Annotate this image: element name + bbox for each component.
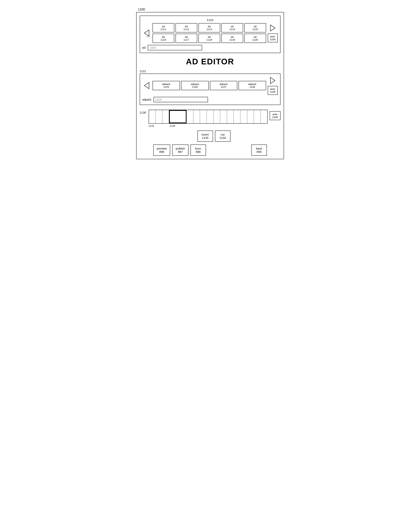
timeline-track bbox=[149, 110, 268, 124]
adpack-cell-1128[interactable]: adpack1128 bbox=[239, 81, 266, 90]
back-btn-899[interactable]: back899 bbox=[251, 144, 267, 156]
ad-cell-1115[interactable]: ad1115 bbox=[244, 23, 266, 32]
ad-cell-1111[interactable]: ad1111 bbox=[152, 23, 174, 32]
ad-cell-1118[interactable]: ad1118 bbox=[198, 34, 220, 43]
timeline-seg-16[interactable] bbox=[261, 110, 267, 123]
left-arrow-ad[interactable]: 1101 bbox=[142, 29, 151, 37]
adpack-grid: adpack1125 adpack1126 adpack1127 adpack1… bbox=[152, 81, 266, 90]
main-container: 1100 1110 1101 ad1111 ad1112 ad1113 bbox=[136, 8, 284, 159]
timeline-section-label: 1130 bbox=[140, 111, 147, 114]
editor-title: AD EDITOR bbox=[140, 57, 280, 66]
svg-marker-2 bbox=[270, 25, 275, 31]
timeline-area: 1131 1135 bbox=[149, 110, 268, 127]
timeline-selected-1135[interactable] bbox=[169, 110, 187, 123]
outer-label: 1100 bbox=[138, 8, 284, 11]
adpack-cell-1125[interactable]: adpack1125 bbox=[152, 81, 180, 90]
timeline-seg-12[interactable] bbox=[234, 110, 240, 123]
action-buttons-row: preview896 publish897 burn898 back899 bbox=[142, 144, 280, 156]
timeline-seg-5[interactable] bbox=[187, 110, 193, 123]
timeline-seg-3[interactable] bbox=[162, 110, 169, 123]
sub-label-1131: 1131 bbox=[149, 125, 158, 127]
timeline-seg-9[interactable] bbox=[214, 110, 220, 123]
section-1121-label: 1121 bbox=[140, 69, 280, 73]
ad-cell-1114[interactable]: ad1114 bbox=[221, 23, 243, 32]
timeline-seg-11[interactable] bbox=[227, 110, 234, 123]
ad-cell-1117[interactable]: ad1117 bbox=[175, 34, 197, 43]
ad-input-label: ad: bbox=[142, 46, 146, 49]
burn-btn-898[interactable]: burn898 bbox=[190, 144, 206, 156]
ad-cell-1120[interactable]: ad1120 bbox=[244, 34, 266, 43]
cut-btn-1134[interactable]: cut1134 bbox=[215, 131, 231, 142]
section-1121: 1122 adpack1125 adpack1126 adpack1127 ad… bbox=[140, 74, 280, 105]
auto-btn-1104[interactable]: auto1104 bbox=[268, 33, 278, 42]
auto-btn-1106[interactable]: auto1106 bbox=[270, 111, 280, 120]
svg-marker-0 bbox=[144, 30, 149, 36]
svg-marker-4 bbox=[144, 82, 149, 89]
timeline-section-wrapper: 1130 bbox=[140, 110, 280, 156]
timeline-seg-7[interactable] bbox=[200, 110, 207, 123]
adpack-input-label: adpack: bbox=[142, 98, 152, 101]
section-1110-label: 1110 bbox=[142, 18, 278, 22]
preview-btn-896[interactable]: preview896 bbox=[153, 144, 170, 156]
right-arrow-ad[interactable]: 1102 bbox=[269, 24, 277, 32]
adpack-inner: 1122 adpack1125 adpack1126 adpack1127 ad… bbox=[142, 76, 278, 95]
ad-section: 1101 ad1111 ad1112 ad1113 ad1114 ad1115 … bbox=[142, 23, 278, 43]
adpack-cell-1126[interactable]: adpack1126 bbox=[181, 81, 209, 90]
adpack-cell-1127[interactable]: adpack1127 bbox=[210, 81, 238, 90]
adpack-input-row: adpack: bbox=[142, 97, 278, 102]
publish-btn-897[interactable]: publish897 bbox=[172, 144, 188, 156]
ad-cell-1116[interactable]: ad1116 bbox=[152, 34, 174, 43]
svg-text:1101: 1101 bbox=[145, 36, 150, 37]
timeline-seg-14[interactable] bbox=[247, 110, 254, 123]
timeline-sub-labels: 1131 1135 bbox=[149, 125, 268, 127]
ad-input-row: ad: bbox=[142, 45, 278, 50]
sub-label-1135: 1135 bbox=[170, 125, 175, 127]
ad-input-1103[interactable] bbox=[148, 45, 202, 50]
outer-box: 1110 1101 ad1111 ad1112 ad1113 ad1114 ad… bbox=[136, 12, 284, 159]
timeline-seg-10[interactable] bbox=[220, 110, 227, 123]
ad-grid: ad1111 ad1112 ad1113 ad1114 ad1115 ad111… bbox=[152, 23, 266, 43]
adpack-input-1124[interactable] bbox=[153, 97, 208, 102]
left-arrow-adpack[interactable]: 1122 bbox=[142, 81, 151, 90]
ad-cell-1112[interactable]: ad1112 bbox=[175, 23, 197, 32]
timeline-seg-2[interactable] bbox=[156, 110, 162, 123]
timeline-seg-8[interactable] bbox=[207, 110, 214, 123]
ad-cell-1113[interactable]: ad1113 bbox=[198, 23, 220, 32]
timeline-seg-6[interactable] bbox=[193, 110, 200, 123]
ad-cell-1119[interactable]: ad1119 bbox=[221, 34, 243, 43]
timeline-seg-15[interactable] bbox=[254, 110, 261, 123]
section-1110: 1110 1101 ad1111 ad1112 ad1113 ad1114 ad… bbox=[140, 15, 280, 53]
section-1121-wrapper: 1121 1122 adpack1125 adpack1126 adpac bbox=[140, 69, 280, 105]
timeline-seg-13[interactable] bbox=[240, 110, 247, 123]
insert-cut-row: insert1133 cut1134 bbox=[147, 131, 280, 142]
timeline-seg-1[interactable] bbox=[149, 110, 156, 123]
auto-btn-1105[interactable]: auto1105 bbox=[268, 86, 278, 95]
svg-marker-6 bbox=[270, 77, 275, 84]
right-arrow-adpack[interactable]: 1123 bbox=[269, 76, 277, 85]
insert-btn-1133[interactable]: insert1133 bbox=[197, 131, 213, 142]
timeline-row: 1130 bbox=[140, 110, 280, 127]
